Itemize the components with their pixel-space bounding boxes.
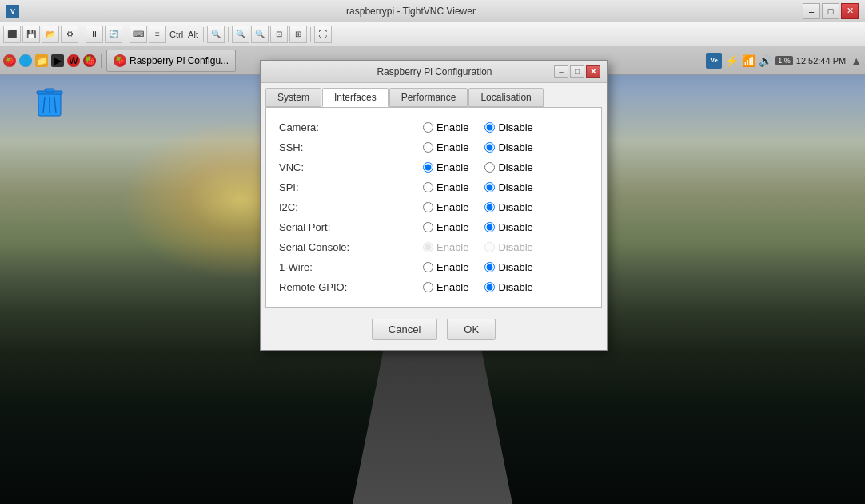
- toolbar-pause-button[interactable]: ⏸: [86, 26, 103, 43]
- serial-console-row: Serial Console: Enable Disable: [279, 237, 588, 257]
- rpi-maximize-button[interactable]: □: [570, 65, 584, 78]
- remote-gpio-disable-radio[interactable]: [484, 282, 495, 292]
- toolbar-sep-1: [82, 27, 82, 42]
- rpi-tabs: System Interfaces Performance Localisati…: [261, 83, 607, 107]
- ssh-enable-option[interactable]: Enable: [423, 141, 468, 153]
- serial-port-row: Serial Port: Enable Disable: [279, 217, 588, 237]
- taskbar-raspberry-icon[interactable]: 🍓: [3, 54, 16, 67]
- spi-enable-radio[interactable]: [423, 182, 433, 192]
- toolbar-sep-4: [228, 27, 229, 42]
- toolbar-menu-button[interactable]: ≡: [149, 26, 166, 43]
- toolbar-find-button[interactable]: 🔍: [207, 26, 225, 43]
- remote-gpio-disable-option[interactable]: Disable: [484, 281, 532, 293]
- vnc-window-title: raspberrypi - TightVNC Viewer: [19, 6, 803, 17]
- onewire-enable-radio[interactable]: [423, 262, 433, 272]
- toolbar-zoom-full-button[interactable]: ⊞: [289, 26, 307, 43]
- onewire-label: 1-Wire:: [279, 261, 423, 273]
- toolbar-keyboard-button[interactable]: ⌨: [130, 26, 147, 43]
- rpi-dialog-titlebar: Raspberry Pi Configuration – □ ✕: [261, 61, 607, 83]
- toolbar-open-button[interactable]: 📂: [42, 26, 59, 43]
- ssh-enable-radio[interactable]: [423, 142, 433, 153]
- spi-enable-label: Enable: [436, 181, 468, 193]
- rpi-close-button[interactable]: ✕: [586, 65, 600, 78]
- taskbar-files-icon[interactable]: 📁: [35, 54, 48, 67]
- remote-gpio-enable-option[interactable]: Enable: [423, 281, 468, 293]
- camera-enable-option[interactable]: Enable: [423, 121, 468, 133]
- onewire-enable-option[interactable]: Enable: [423, 261, 468, 273]
- toolbar-save-button[interactable]: 💾: [22, 26, 40, 43]
- ssh-disable-option[interactable]: Disable: [484, 141, 532, 153]
- serial-port-disable-option[interactable]: Disable: [484, 221, 532, 233]
- vnc-disable-option[interactable]: Disable: [484, 161, 532, 173]
- remote-gpio-enable-radio[interactable]: [423, 282, 433, 292]
- vnc-enable-option[interactable]: Enable: [423, 161, 468, 173]
- toolbar-disconnect-button[interactable]: ⬛: [3, 26, 21, 43]
- rpi-minimize-button[interactable]: –: [554, 65, 568, 78]
- ssh-label: SSH:: [279, 141, 423, 153]
- serial-port-enable-option[interactable]: Enable: [423, 221, 468, 233]
- trash-desktop-icon[interactable]: [34, 84, 66, 119]
- taskbar-rpi-config-app[interactable]: 🍓 Raspberry Pi Configu...: [106, 50, 236, 72]
- cancel-button[interactable]: Cancel: [372, 319, 437, 340]
- camera-disable-option[interactable]: Disable: [484, 121, 532, 133]
- tray-battery: 1 %: [775, 56, 793, 65]
- tray-ve-icon[interactable]: Ve: [706, 53, 722, 69]
- toolbar-refresh-button[interactable]: 🔄: [105, 26, 122, 43]
- serial-port-enable-label: Enable: [436, 221, 468, 233]
- toolbar-options-button[interactable]: ⚙: [61, 26, 78, 43]
- ssh-row: SSH: Enable Disable: [279, 137, 588, 157]
- serial-port-disable-radio[interactable]: [484, 222, 495, 232]
- taskbar-wolfram-icon[interactable]: W: [67, 54, 80, 67]
- taskbar-rpi2-icon[interactable]: 🍓: [83, 54, 96, 67]
- tray-bt-icon[interactable]: ⚡: [725, 54, 739, 67]
- camera-enable-radio[interactable]: [423, 122, 433, 133]
- serial-console-enable-option[interactable]: Enable: [423, 241, 468, 253]
- onewire-disable-option[interactable]: Disable: [484, 261, 532, 273]
- serial-console-disable-option[interactable]: Disable: [484, 241, 532, 253]
- vnc-maximize-button[interactable]: □: [822, 3, 839, 19]
- taskbar-scroll-up[interactable]: ▲: [851, 54, 862, 67]
- i2c-disable-radio[interactable]: [484, 202, 495, 212]
- camera-label: Camera:: [279, 121, 423, 133]
- spi-radio-group: Enable Disable: [423, 181, 533, 193]
- taskbar-app-icon: 🍓: [114, 54, 126, 67]
- spi-disable-label: Disable: [498, 181, 532, 193]
- tray-wifi-icon[interactable]: 📶: [742, 54, 755, 67]
- vnc-enable-radio[interactable]: [423, 162, 433, 173]
- vnc-close-button[interactable]: ✕: [841, 3, 859, 19]
- spi-disable-radio[interactable]: [484, 182, 495, 192]
- i2c-label: I2C:: [279, 201, 423, 213]
- camera-disable-radio[interactable]: [484, 122, 495, 133]
- toolbar-zoom-out-button[interactable]: 🔍: [232, 26, 249, 43]
- ssh-disable-radio[interactable]: [484, 142, 495, 153]
- tab-interfaces[interactable]: Interfaces: [322, 88, 389, 107]
- i2c-disable-option[interactable]: Disable: [484, 201, 532, 213]
- tray-audio-icon[interactable]: 🔊: [759, 54, 772, 67]
- ok-button[interactable]: OK: [447, 319, 496, 340]
- remote-gpio-radio-group: Enable Disable: [423, 281, 533, 293]
- serial-console-radio-group: Enable Disable: [423, 241, 533, 253]
- camera-enable-label: Enable: [436, 121, 468, 133]
- tab-performance[interactable]: Performance: [389, 88, 468, 107]
- vnc-disable-radio[interactable]: [484, 162, 495, 173]
- vnc-disable-label: Disable: [498, 161, 532, 173]
- serial-console-label: Serial Console:: [279, 241, 423, 253]
- serial-port-enable-radio[interactable]: [423, 222, 433, 232]
- onewire-disable-radio[interactable]: [484, 262, 495, 272]
- taskbar-browser-icon[interactable]: 🌐: [19, 54, 32, 67]
- toolbar-fullscreen-button[interactable]: ⛶: [314, 26, 332, 43]
- vnc-minimize-button[interactable]: –: [803, 3, 820, 19]
- toolbar-zoom-fit-button[interactable]: ⊡: [270, 26, 288, 43]
- i2c-enable-radio[interactable]: [423, 202, 433, 212]
- spi-enable-option[interactable]: Enable: [423, 181, 468, 193]
- toolbar-zoom-in-button[interactable]: 🔍: [251, 26, 269, 43]
- serial-port-label: Serial Port:: [279, 221, 423, 233]
- tab-system[interactable]: System: [265, 88, 321, 107]
- taskbar-terminal-icon[interactable]: ▶: [51, 54, 64, 67]
- serial-console-enable-radio[interactable]: [423, 242, 433, 252]
- serial-console-disable-radio[interactable]: [484, 242, 495, 252]
- tab-localisation[interactable]: Localisation: [468, 88, 543, 107]
- i2c-enable-option[interactable]: Enable: [423, 201, 468, 213]
- taskbar-app-label: Raspberry Pi Configu...: [130, 55, 229, 66]
- spi-disable-option[interactable]: Disable: [484, 181, 532, 193]
